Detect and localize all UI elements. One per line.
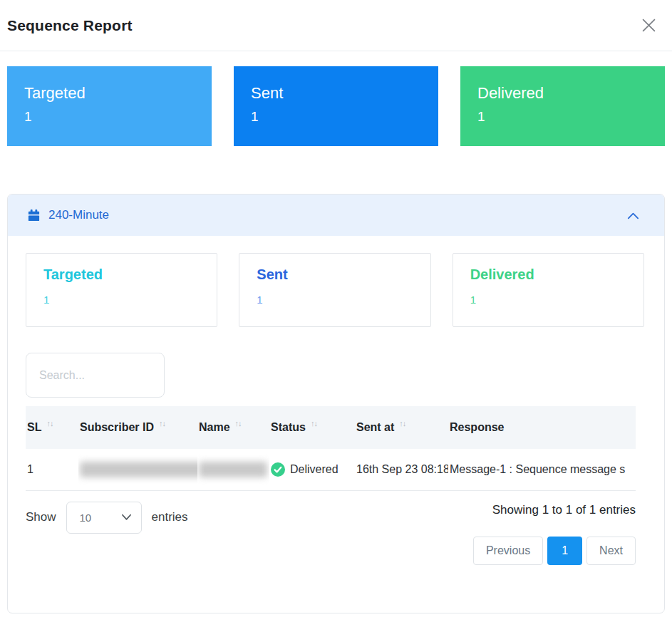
next-page-button[interactable]: Next (586, 537, 636, 565)
table-row: 1 Delivered (26, 449, 636, 490)
stat-card-sent: Sent 1 (234, 66, 438, 146)
column-header-sl[interactable]: SL↑↓ (26, 406, 78, 449)
table-header-row: SL↑↓ Subscriber ID↑↓ Name↑↓ Status↑↓ Sen… (26, 406, 636, 449)
report-table: SL↑↓ Subscriber ID↑↓ Name↑↓ Status↑↓ Sen… (26, 406, 636, 491)
panel-title: 240-Minute (48, 208, 109, 222)
inner-card-value: 1 (43, 294, 200, 306)
chevron-up-icon[interactable] (626, 210, 640, 221)
redacted-subscriber-id (80, 462, 197, 477)
inner-stats-row: Targeted 1 Sent 1 Delivered 1 (26, 253, 644, 327)
inner-card-sent: Sent 1 (239, 253, 430, 327)
page-size-value: 10 (80, 512, 92, 524)
inner-card-label: Targeted (43, 266, 200, 283)
previous-page-button[interactable]: Previous (473, 537, 543, 565)
stat-card-targeted: Targeted 1 (7, 66, 212, 146)
current-page-button[interactable]: 1 (547, 537, 582, 565)
column-header-sent-at[interactable]: Sent at↑↓ (355, 406, 448, 449)
entries-label: entries (152, 510, 188, 524)
close-icon (641, 18, 656, 33)
cell-status: Delivered (269, 449, 355, 490)
column-header-status[interactable]: Status↑↓ (269, 406, 355, 449)
sort-icon[interactable]: ↑↓ (399, 419, 405, 428)
column-header-name[interactable]: Name↑↓ (197, 406, 269, 449)
column-header-subscriber-id[interactable]: Subscriber ID↑↓ (78, 406, 197, 449)
pagination: Previous 1 Next (473, 537, 636, 565)
sequence-panel: 240-Minute Targeted 1 Sent 1 Delivered 1 (7, 194, 665, 613)
stat-value: 1 (251, 109, 421, 125)
sort-icon[interactable]: ↑↓ (311, 419, 317, 428)
search-input[interactable] (26, 353, 165, 398)
inner-card-label: Sent (257, 266, 413, 283)
stats-row: Targeted 1 Sent 1 Delivered 1 (7, 66, 665, 146)
cell-sent-at: 16th Sep 23 08:18 (355, 449, 448, 490)
sort-icon[interactable]: ↑↓ (46, 419, 53, 428)
page-size-group: Show 10 entries (26, 502, 188, 534)
table-footer: Show 10 entries Showing 1 to 1 of 1 entr… (26, 502, 636, 565)
status-badge: Delivered (290, 463, 338, 476)
sort-icon[interactable]: ↑↓ (159, 419, 165, 428)
inner-card-label: Delivered (470, 266, 626, 283)
cell-name (197, 449, 269, 490)
page-title: Sequence Report (7, 17, 133, 34)
cell-sl: 1 (26, 449, 78, 490)
entries-summary: Showing 1 to 1 of 1 entries (492, 503, 636, 517)
check-circle-icon (271, 462, 285, 477)
column-header-response[interactable]: Response (448, 406, 636, 449)
stat-label: Sent (251, 84, 421, 103)
show-label: Show (26, 510, 56, 524)
close-button[interactable] (639, 15, 659, 36)
chevron-down-icon (121, 514, 132, 521)
stat-card-delivered: Delivered 1 (460, 66, 665, 146)
stat-label: Delivered (477, 84, 648, 103)
sort-icon[interactable]: ↑↓ (235, 419, 242, 428)
page-size-select[interactable]: 10 (66, 502, 142, 534)
panel-collapse-header[interactable]: 240-Minute (8, 195, 664, 236)
stat-value: 1 (24, 109, 195, 125)
redacted-name (199, 462, 267, 477)
stat-label: Targeted (24, 84, 195, 103)
stat-value: 1 (477, 109, 648, 125)
inner-card-delivered: Delivered 1 (453, 253, 644, 327)
inner-card-value: 1 (470, 294, 626, 306)
inner-card-targeted: Targeted 1 (26, 253, 217, 327)
modal-header: Sequence Report (0, 0, 672, 51)
inner-card-value: 1 (257, 294, 413, 306)
calendar-icon (27, 209, 41, 222)
cell-subscriber-id (78, 449, 197, 490)
cell-response: Message-1 : Sequence message s (448, 449, 636, 490)
panel-body: Targeted 1 Sent 1 Delivered 1 (8, 236, 664, 565)
